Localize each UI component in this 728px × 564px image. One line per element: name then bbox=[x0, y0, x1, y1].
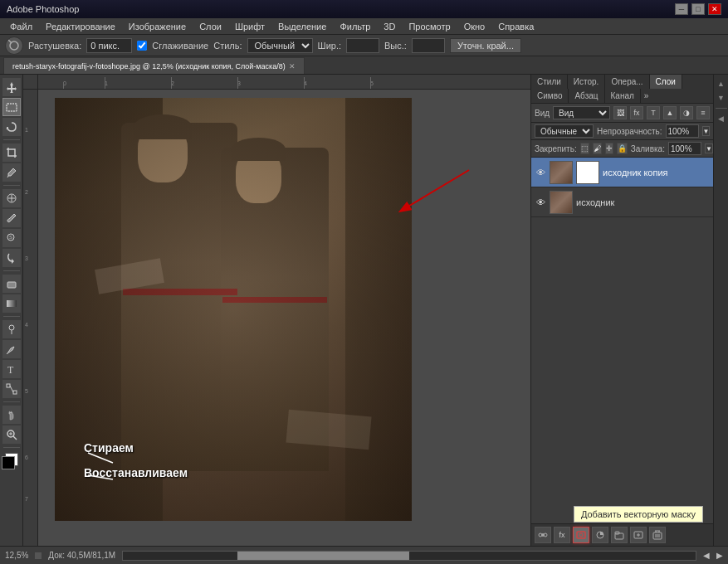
far-right-arrow-up[interactable]: ▲ bbox=[716, 78, 727, 90]
minimize-button[interactable]: ─ bbox=[675, 3, 688, 15]
tool-icon[interactable] bbox=[5, 36, 23, 55]
zoom-menu[interactable] bbox=[35, 552, 42, 559]
text-tool[interactable]: T bbox=[2, 360, 21, 378]
crop-tool[interactable] bbox=[2, 143, 21, 162]
tab-stili[interactable]: Стили bbox=[531, 75, 568, 89]
lock-all[interactable]: 🔒 bbox=[617, 143, 628, 154]
vys-input[interactable] bbox=[412, 38, 445, 53]
opacity-input[interactable] bbox=[666, 124, 699, 138]
healing-tool[interactable] bbox=[2, 189, 21, 207]
scrollbar-thumb[interactable] bbox=[237, 552, 409, 560]
menu-3d[interactable]: 3D bbox=[377, 20, 402, 33]
zoom-tool[interactable] bbox=[2, 425, 21, 444]
fill-arrow[interactable]: ▼ bbox=[705, 143, 713, 153]
view-dropdown[interactable]: Вид bbox=[553, 106, 610, 119]
menu-font[interactable]: Шрифт bbox=[228, 20, 271, 33]
restore-button[interactable]: □ bbox=[691, 3, 705, 15]
add-adjustment-button[interactable] bbox=[592, 527, 608, 543]
tab-simvol[interactable]: Симво bbox=[531, 89, 569, 103]
brush-tool[interactable] bbox=[2, 209, 21, 227]
stil-dropdown[interactable]: Обычный bbox=[247, 38, 313, 53]
opacity-arrow[interactable]: ▼ bbox=[702, 126, 711, 136]
lasso-tool[interactable] bbox=[2, 118, 21, 136]
menu-filter[interactable]: Фильтр bbox=[333, 20, 377, 33]
tab-sloi[interactable]: Слои bbox=[650, 75, 682, 89]
close-button[interactable]: ✕ bbox=[708, 3, 721, 15]
tab-kanal[interactable]: Канал bbox=[605, 89, 641, 103]
menu-help[interactable]: Справка bbox=[491, 20, 540, 33]
add-vector-mask-button[interactable] bbox=[573, 527, 589, 543]
eraser-tool[interactable] bbox=[2, 275, 21, 293]
layer-row-0[interactable]: 👁 исходник копия bbox=[531, 158, 713, 187]
ruler-vlabel-3: 3 bbox=[25, 255, 36, 261]
menu-edit[interactable]: Редактирование bbox=[39, 20, 122, 33]
layer-icon-shape[interactable]: ▲ bbox=[663, 106, 677, 119]
doc-tab-title: retush-staryx-fotografij-v-fotoshope.jpg… bbox=[12, 62, 286, 70]
new-layer-button[interactable] bbox=[630, 527, 647, 543]
menu-view[interactable]: Просмотр bbox=[402, 20, 457, 33]
horizontal-scrollbar[interactable] bbox=[122, 551, 696, 561]
fill-input[interactable] bbox=[668, 142, 701, 155]
path-tool[interactable] bbox=[2, 380, 21, 398]
menu-window[interactable]: Окно bbox=[457, 20, 492, 33]
menu-layers[interactable]: Слои bbox=[193, 20, 228, 33]
clone-tool[interactable]: S bbox=[2, 229, 21, 247]
doc-tab-close-icon[interactable]: ✕ bbox=[289, 62, 296, 70]
delete-layer-button[interactable] bbox=[649, 527, 666, 543]
blend-mode-dropdown[interactable]: Обычные bbox=[535, 124, 594, 138]
eyedropper-tool[interactable] bbox=[2, 163, 21, 182]
color-swatches[interactable] bbox=[2, 453, 22, 473]
menu-select[interactable]: Выделение bbox=[271, 20, 333, 33]
svg-rect-18 bbox=[7, 384, 10, 387]
layer-icon-adj[interactable]: ◑ bbox=[680, 106, 693, 119]
layer-thumb-0 bbox=[550, 161, 573, 184]
layer-fx-button[interactable]: fx bbox=[554, 527, 570, 543]
pen-tool[interactable] bbox=[2, 340, 21, 358]
utochn-button[interactable]: Уточн. край... bbox=[450, 38, 521, 53]
layers-panel: Вид Вид 🖼 fx T ▲ ◑ ≡ Обычные Неп bbox=[531, 104, 713, 546]
tool-separator-1 bbox=[3, 139, 20, 140]
left-toolbar: S T bbox=[0, 75, 23, 546]
tab-operacii[interactable]: Опера... bbox=[605, 75, 649, 89]
panel-tabs-more[interactable]: » bbox=[641, 89, 652, 103]
layer-icon-more[interactable]: ≡ bbox=[696, 106, 710, 119]
ruler-corner bbox=[23, 75, 38, 90]
doc-tab[interactable]: retush-staryx-fotografij-v-fotoshope.jpg… bbox=[3, 57, 305, 74]
ruler-tick bbox=[171, 77, 172, 89]
svg-point-14 bbox=[9, 325, 14, 330]
ruler-tick bbox=[237, 77, 238, 89]
tab-istoriya[interactable]: Истор. bbox=[568, 75, 606, 89]
history-brush-tool[interactable] bbox=[2, 249, 21, 267]
layer-eye-1[interactable]: 👁 bbox=[535, 197, 546, 208]
layer-icon-img[interactable]: 🖼 bbox=[613, 106, 627, 119]
lock-move[interactable]: ✛ bbox=[605, 143, 613, 154]
layer-row-1[interactable]: 👁 исходник bbox=[531, 187, 713, 217]
sglazhivanie-checkbox[interactable] bbox=[137, 41, 147, 51]
foreground-color[interactable] bbox=[2, 456, 15, 469]
stil-label: Стиль: bbox=[213, 41, 242, 51]
gradient-tool[interactable] bbox=[2, 294, 21, 313]
ruler-tick bbox=[63, 82, 64, 89]
scroll-left[interactable]: ◀ bbox=[703, 551, 710, 560]
lock-brush[interactable]: 🖌 bbox=[593, 143, 602, 154]
far-right-expand[interactable]: ◀ bbox=[716, 113, 727, 124]
scroll-right[interactable]: ▶ bbox=[716, 551, 723, 560]
link-layers-button[interactable] bbox=[535, 527, 551, 543]
lock-row: Закрепить: ⬚ 🖌 ✛ 🔒 Заливка: ▼ bbox=[531, 140, 713, 158]
tab-abzac[interactable]: Абзац bbox=[569, 89, 604, 103]
dodge-tool[interactable] bbox=[2, 320, 21, 338]
layer-icon-fx[interactable]: fx bbox=[630, 106, 643, 119]
menu-file[interactable]: Файл bbox=[3, 20, 39, 33]
shir-input[interactable] bbox=[346, 38, 379, 53]
add-group-button[interactable] bbox=[611, 527, 628, 543]
marquee-tool[interactable] bbox=[2, 98, 21, 116]
lock-transparent[interactable]: ⬚ bbox=[580, 143, 589, 154]
layer-eye-0[interactable]: 👁 bbox=[535, 167, 546, 178]
layer-icon-text[interactable]: T bbox=[647, 106, 660, 119]
hand-tool[interactable] bbox=[2, 406, 21, 424]
rastushevka-input[interactable] bbox=[86, 38, 132, 53]
move-tool[interactable] bbox=[2, 78, 21, 96]
far-right-arrow-down[interactable]: ▼ bbox=[716, 92, 727, 104]
svg-line-16 bbox=[7, 353, 7, 354]
menu-image[interactable]: Изображение bbox=[122, 20, 193, 33]
